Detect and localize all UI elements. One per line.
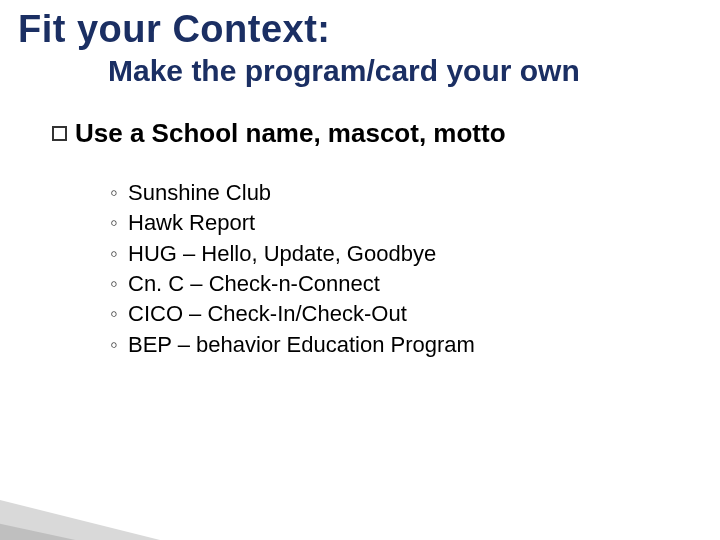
list-item-text: Hawk Report: [128, 210, 255, 235]
list-item-text: CICO – Check-In/Check-Out: [128, 301, 407, 326]
slide: Fit your Context: Make the program/card …: [0, 0, 720, 540]
circle-bullet-icon: ◦: [110, 299, 128, 329]
list-item-text: Cn. C – Check-n-Connect: [128, 271, 380, 296]
list-item: ◦Sunshine Club: [110, 178, 475, 208]
decorative-wedge-icon: [0, 420, 320, 540]
circle-bullet-icon: ◦: [110, 178, 128, 208]
bullet-level1-text: Use a School name, mascot, motto: [75, 118, 506, 148]
list-item: ◦HUG – Hello, Update, Goodbye: [110, 239, 475, 269]
list-item: ◦Hawk Report: [110, 208, 475, 238]
circle-bullet-icon: ◦: [110, 208, 128, 238]
slide-subtitle: Make the program/card your own: [108, 54, 580, 88]
sub-bullet-list: ◦Sunshine Club ◦Hawk Report ◦HUG – Hello…: [110, 178, 475, 360]
bullet-level1: Use a School name, mascot, motto: [52, 118, 506, 149]
svg-marker-0: [0, 490, 320, 540]
circle-bullet-icon: ◦: [110, 239, 128, 269]
list-item: ◦Cn. C – Check-n-Connect: [110, 269, 475, 299]
list-item-text: HUG – Hello, Update, Goodbye: [128, 241, 436, 266]
list-item: ◦BEP – behavior Education Program: [110, 330, 475, 360]
list-item-text: Sunshine Club: [128, 180, 271, 205]
square-bullet-icon: [52, 126, 67, 141]
list-item-text: BEP – behavior Education Program: [128, 332, 475, 357]
circle-bullet-icon: ◦: [110, 269, 128, 299]
list-item: ◦CICO – Check-In/Check-Out: [110, 299, 475, 329]
circle-bullet-icon: ◦: [110, 330, 128, 360]
slide-title: Fit your Context:: [18, 8, 330, 51]
